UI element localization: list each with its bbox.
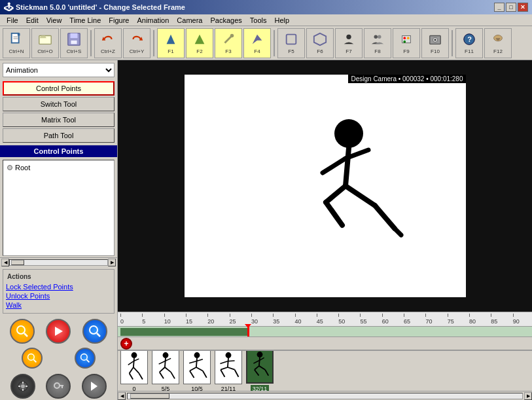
timeline-area: 05101520253035404550556065707580859095 + xyxy=(118,312,532,400)
menu-timeline[interactable]: Time Line xyxy=(65,16,105,25)
ruler-mark-10: 10 xyxy=(164,318,171,325)
menu-figure[interactable]: Figure xyxy=(105,16,133,25)
frame-item-0[interactable]: 0 xyxy=(120,350,148,391)
f9-button[interactable]: F9 xyxy=(393,28,420,58)
svg-line-67 xyxy=(165,357,166,367)
ruler-mark-50: 50 xyxy=(338,318,345,325)
menu-file[interactable]: File xyxy=(3,16,22,25)
path-tool[interactable]: Path Tool xyxy=(3,128,115,143)
open-button[interactable]: Ctrl+O xyxy=(31,28,59,58)
menu-packages[interactable]: Packages xyxy=(206,16,245,25)
svg-line-53 xyxy=(326,186,346,202)
new-icon xyxy=(9,31,24,47)
animation-dropdown-container: Animation Figure Camera xyxy=(3,63,115,77)
svg-point-40 xyxy=(21,384,25,388)
tree-item-root[interactable]: Root xyxy=(6,163,111,172)
undo-button[interactable]: Ctrl+Z xyxy=(94,28,122,58)
f12-button[interactable]: F12 xyxy=(484,28,512,58)
frame-item-4[interactable]: 32/11 xyxy=(246,350,274,391)
menu-edit[interactable]: Edit xyxy=(22,16,43,25)
play-button[interactable] xyxy=(46,319,71,344)
f2-button[interactable]: F2 xyxy=(186,28,213,58)
svg-line-78 xyxy=(190,367,196,371)
h-scroll-thumb[interactable] xyxy=(130,393,169,399)
scroll-left-arrow[interactable]: ◀ xyxy=(1,259,9,266)
menu-animation[interactable]: Animation xyxy=(133,16,173,25)
control-points-tool[interactable]: Control Points xyxy=(3,81,115,96)
walk-link[interactable]: Walk xyxy=(6,301,111,309)
f1-button[interactable]: F1 xyxy=(157,28,185,58)
f12-label: F12 xyxy=(493,48,503,54)
settings-button[interactable] xyxy=(10,374,35,399)
ruler-mark-40: 40 xyxy=(295,318,302,325)
search-blue-button[interactable] xyxy=(82,319,107,344)
f10-button[interactable]: F10 xyxy=(421,28,449,58)
menu-help[interactable]: Help xyxy=(270,16,293,25)
frame-label-1: 5/5 xyxy=(162,386,170,391)
redo-button[interactable]: Ctrl+Y xyxy=(123,28,151,58)
scroll-right-bottom-arrow[interactable]: ▶ xyxy=(524,392,532,400)
play2-button[interactable] xyxy=(82,374,107,399)
frame-item-1[interactable]: 5/5 xyxy=(152,350,179,391)
svg-line-84 xyxy=(220,361,227,363)
toolbar-sep2 xyxy=(153,30,154,56)
f11-button[interactable]: ? F11 xyxy=(455,28,483,58)
f6-button[interactable]: F6 xyxy=(306,28,334,58)
f10-icon xyxy=(427,31,443,47)
ruler-mark-70: 70 xyxy=(425,318,432,325)
frame-item-3[interactable]: 21/11 xyxy=(215,350,242,391)
svg-point-74 xyxy=(194,352,200,358)
canvas-area: Design Camera • 000032 • 000:01:280 xyxy=(118,60,532,400)
f4-label: F4 xyxy=(254,48,260,54)
add-keyframe-button[interactable]: + xyxy=(120,338,132,350)
svg-line-92 xyxy=(253,360,258,363)
maximize-button[interactable]: □ xyxy=(506,3,516,12)
frame-item-2[interactable]: 10/5 xyxy=(183,350,211,391)
viewport[interactable]: Design Camera • 000032 • 000:01:280 xyxy=(118,60,532,312)
f8-button[interactable]: F8 xyxy=(364,28,391,58)
bottom-scrollbar[interactable]: ◀ ▶ xyxy=(118,391,532,400)
matrix-tool[interactable]: Matrix Tool xyxy=(3,113,115,127)
svg-line-57 xyxy=(395,228,401,235)
scroll-left-bottom-arrow[interactable]: ◀ xyxy=(118,392,126,400)
key-button[interactable] xyxy=(46,374,71,399)
svg-line-51 xyxy=(323,158,346,173)
timeline-track[interactable] xyxy=(118,327,532,337)
svg-marker-14 xyxy=(253,35,262,45)
svg-line-59 xyxy=(133,357,134,367)
open-label: Ctrl+O xyxy=(37,48,52,54)
switch-tool[interactable]: Switch Tool xyxy=(3,97,115,111)
search-orange-button[interactable] xyxy=(10,319,35,344)
tree-area[interactable]: Root xyxy=(3,160,115,256)
search-blue2-button[interactable] xyxy=(75,348,96,369)
scroll-right-arrow[interactable]: ▶ xyxy=(108,259,116,266)
minimize-button[interactable]: _ xyxy=(494,3,505,12)
svg-line-87 xyxy=(221,369,224,376)
h-scroll-track[interactable] xyxy=(127,393,523,399)
window-controls: _ □ ✕ xyxy=(494,3,528,12)
add-keyframe-row: + xyxy=(118,337,532,350)
scroll-thumb[interactable] xyxy=(11,260,24,265)
animation-dropdown[interactable]: Animation Figure Camera xyxy=(3,63,115,77)
f4-button[interactable]: F4 xyxy=(243,28,271,58)
svg-line-71 xyxy=(160,372,164,378)
lock-points-link[interactable]: Lock Selected Points xyxy=(6,283,111,291)
f9-label: F9 xyxy=(403,48,409,54)
f6-icon xyxy=(312,31,328,47)
f3-button[interactable]: F3 xyxy=(215,28,242,58)
unlock-points-link[interactable]: Unlock Points xyxy=(6,292,111,300)
scroll-track[interactable] xyxy=(9,259,108,266)
menu-bar: File Edit View Time Line Figure Animatio… xyxy=(0,14,532,26)
close-button[interactable]: ✕ xyxy=(518,3,528,12)
ruler-mark-5: 5 xyxy=(142,318,145,325)
f7-button[interactable]: F7 xyxy=(335,28,363,58)
menu-view[interactable]: View xyxy=(43,16,66,25)
menu-camera[interactable]: Camera xyxy=(173,16,206,25)
f5-button[interactable]: F5 xyxy=(277,28,305,58)
left-scrollbar: ◀ ▶ xyxy=(0,257,117,266)
menu-tools[interactable]: Tools xyxy=(246,16,271,25)
new-button[interactable]: Ctrl+N xyxy=(3,28,30,58)
frame-thumb-3 xyxy=(215,350,242,384)
search-orange2-button[interactable] xyxy=(22,348,43,369)
save-button[interactable]: Ctrl+S xyxy=(60,28,88,58)
